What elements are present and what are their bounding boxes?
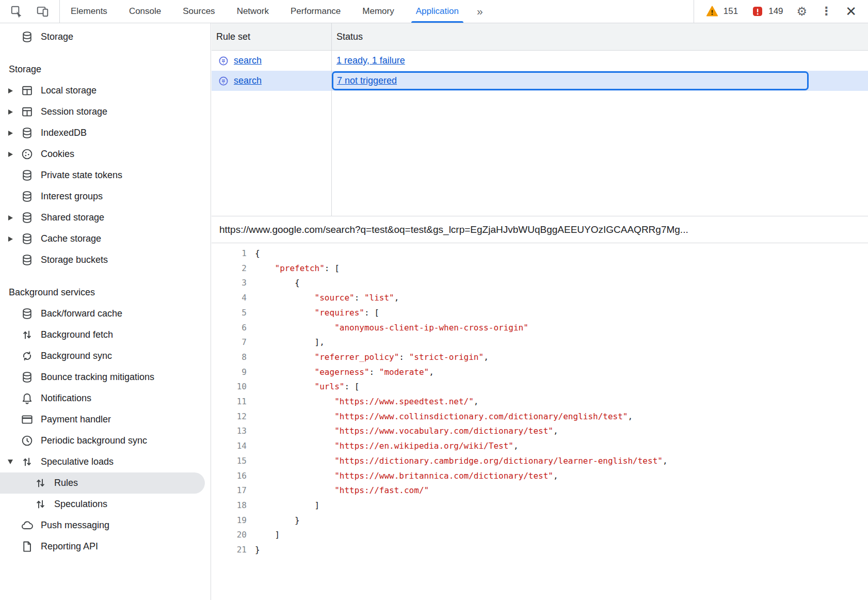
document-icon <box>21 540 34 553</box>
sidebar-item-payment-handler[interactable]: Payment handler <box>0 409 211 430</box>
code-editor[interactable]: 1{2 "prefetch": [3 {4 "source": "list",5… <box>212 243 868 600</box>
code-content: { <box>255 246 260 261</box>
code-line: 1{ <box>212 246 868 261</box>
close-icon[interactable]: ✕ <box>845 5 857 18</box>
rule-set-link[interactable]: search <box>234 75 262 86</box>
code-line: 18 ] <box>212 498 868 513</box>
sidebar-item-notifications[interactable]: Notifications <box>0 388 211 409</box>
line-number: 14 <box>212 439 247 454</box>
code-content: "eagerness": "moderate", <box>255 365 434 380</box>
inspect-icon[interactable] <box>10 5 23 18</box>
tab-network[interactable]: Network <box>226 0 280 23</box>
status-cell[interactable]: 7 not triggered <box>332 71 809 90</box>
sidebar-item-indexeddb[interactable]: IndexedDB <box>0 122 211 144</box>
line-number: 4 <box>212 291 247 306</box>
code-line: 15 "https://dictionary.cambridge.org/dic… <box>212 454 868 469</box>
database-icon <box>21 307 34 320</box>
code-line: 13 "https://www.vocabulary.com/dictionar… <box>212 424 868 439</box>
sidebar-item-speculations[interactable]: Speculations <box>0 494 211 515</box>
error-icon <box>751 5 764 18</box>
settings-gear-icon[interactable]: ⚙ <box>797 6 808 18</box>
sidebar-item-local-storage[interactable]: Local storage <box>0 80 211 101</box>
kebab-menu-icon[interactable]: ⋮ <box>821 6 832 17</box>
expand-arrow-icon[interactable] <box>0 131 21 136</box>
code-content: "source": "list", <box>255 291 399 306</box>
sidebar-item-interest-groups[interactable]: Interest groups <box>0 186 211 207</box>
status-link[interactable]: 7 not triggered <box>337 75 397 86</box>
tab-elements[interactable]: Elements <box>60 0 118 23</box>
sidebar-item-cookies[interactable]: Cookies <box>0 144 211 165</box>
code-content: "https://www.speedtest.net/", <box>255 394 478 409</box>
code-line: 16 "https://www.britannica.com/dictionar… <box>212 469 868 484</box>
code-line: 9 "eagerness": "moderate", <box>212 365 868 380</box>
sidebar-item-speculative-loads[interactable]: Speculative loads <box>0 451 211 472</box>
line-number: 2 <box>212 261 247 276</box>
sidebar-item-storage[interactable]: Storage <box>0 26 211 48</box>
rule-set-link[interactable]: search <box>234 55 262 66</box>
status-cell[interactable]: 1 ready, 1 failure <box>331 51 868 71</box>
line-number: 5 <box>212 306 247 321</box>
sidebar-item-periodic-background-sync[interactable]: Periodic background sync <box>0 430 211 451</box>
tab-performance[interactable]: Performance <box>280 0 351 23</box>
line-number: 15 <box>212 454 247 469</box>
sidebar-item-back-forward-cache[interactable]: Back/forward cache <box>0 303 211 324</box>
code-content: ] <box>255 498 319 513</box>
rule-set-cell[interactable]: search <box>212 71 331 91</box>
sidebar-item-reporting-api[interactable]: Reporting API <box>0 536 211 557</box>
sidebar-item-private-state-tokens[interactable]: Private state tokens <box>0 165 211 186</box>
rule-set-row[interactable]: search7 not triggered <box>212 71 868 91</box>
expand-arrow-icon[interactable] <box>0 215 21 220</box>
errors-badge[interactable]: 149 <box>751 5 783 18</box>
database-icon <box>21 190 34 203</box>
line-number: 1 <box>212 246 247 261</box>
warnings-badge[interactable]: 151 <box>705 5 738 18</box>
code-line: 20 ] <box>212 528 868 543</box>
sidebar-item-label: Periodic background sync <box>41 435 147 446</box>
error-count: 149 <box>768 6 783 17</box>
code-line: 17 "https://fast.com/" <box>212 483 868 498</box>
sidebar-item-bounce-tracking-mitigations[interactable]: Bounce tracking mitigations <box>0 367 211 388</box>
tab-sources[interactable]: Sources <box>172 0 226 23</box>
sidebar-item-background-fetch[interactable]: Background fetch <box>0 324 211 345</box>
sidebar-item-cache-storage[interactable]: Cache storage <box>0 228 211 249</box>
database-icon <box>21 127 34 139</box>
rule-sets-table-header: Rule set Status <box>212 23 868 51</box>
warning-icon <box>705 5 719 18</box>
sidebar-item-push-messaging[interactable]: Push messaging <box>0 515 211 536</box>
rule-set-row[interactable]: search1 ready, 1 failure <box>212 51 868 71</box>
sidebar-item-storage-buckets[interactable]: Storage buckets <box>0 249 211 271</box>
devtools-tabs: ElementsConsoleSourcesNetworkPerformance… <box>60 0 470 23</box>
sidebar-item-label: Cookies <box>41 149 74 160</box>
sidebar-item-background-sync[interactable]: Background sync <box>0 345 211 367</box>
rule-sets-rows: search1 ready, 1 failuresearch7 not trig… <box>212 51 868 91</box>
code-content: "https://www.britannica.com/dictionary/t… <box>255 469 558 484</box>
tab-application[interactable]: Application <box>405 0 470 23</box>
expand-arrow-icon[interactable] <box>0 88 21 93</box>
code-line: 14 "https://en.wikipedia.org/wiki/Test", <box>212 439 868 454</box>
expand-arrow-icon[interactable] <box>0 152 21 157</box>
sidebar-item-label: Speculations <box>54 499 107 510</box>
sidebar-item-rules[interactable]: Rules <box>0 472 205 494</box>
rule-set-icon <box>218 75 229 87</box>
sidebar-item-shared-storage[interactable]: Shared storage <box>0 207 211 228</box>
sidebar-item-session-storage[interactable]: Session storage <box>0 101 211 122</box>
collapse-arrow-icon[interactable] <box>0 460 21 464</box>
tab-memory[interactable]: Memory <box>351 0 405 23</box>
sync-icon <box>21 350 34 362</box>
toolbar-left-icons <box>0 0 59 23</box>
rule-set-cell[interactable]: search <box>212 51 331 71</box>
expand-arrow-icon[interactable] <box>0 236 21 242</box>
database-icon <box>21 371 34 384</box>
line-number: 13 <box>212 424 247 439</box>
more-tabs-button[interactable]: » <box>470 0 490 23</box>
code-content: ] <box>255 528 280 543</box>
status-link[interactable]: 1 ready, 1 failure <box>336 55 405 66</box>
code-content: } <box>255 513 300 528</box>
device-toolbar-icon[interactable] <box>36 5 50 18</box>
toolbar-right: 151 149 ⚙ ⋮ ✕ <box>694 0 868 23</box>
expand-arrow-icon[interactable] <box>0 109 21 115</box>
rule-set-source-url[interactable]: https://www.google.com/search?q=test&oq=… <box>212 216 868 243</box>
tab-console[interactable]: Console <box>118 0 172 23</box>
database-icon <box>21 169 34 182</box>
code-line: 5 "requires": [ <box>212 306 868 321</box>
